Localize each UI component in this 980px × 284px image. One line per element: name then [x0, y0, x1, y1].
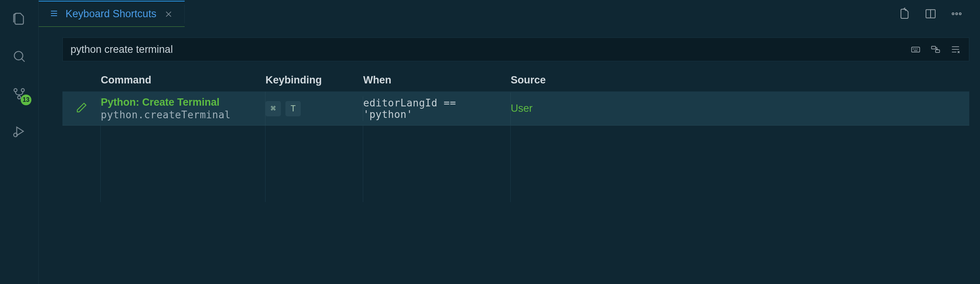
svg-marker-6	[17, 127, 23, 135]
search-icon[interactable]	[10, 47, 28, 65]
command-title: Python: Create Terminal	[101, 96, 231, 108]
svg-point-2	[14, 89, 17, 92]
search-input[interactable]	[70, 44, 902, 55]
sort-precedence-icon[interactable]	[930, 44, 941, 55]
list-icon	[49, 9, 59, 20]
keyboard-shortcuts-editor: Command Keybinding When Source Python: C…	[39, 27, 980, 284]
editor-main: Keyboard Shortcuts	[38, 0, 980, 284]
edit-cell	[62, 97, 101, 120]
when-cell: editorLangId == 'python'	[363, 93, 511, 125]
svg-point-19	[913, 49, 914, 49]
explorer-icon[interactable]	[10, 10, 28, 28]
empty-rows	[62, 126, 969, 202]
svg-point-15	[952, 13, 954, 15]
svg-point-21	[917, 49, 917, 49]
svg-rect-23	[932, 46, 936, 49]
open-file-icon[interactable]	[898, 7, 911, 20]
pencil-icon[interactable]	[76, 102, 87, 116]
when-expression: editorLangId == 'python'	[363, 97, 510, 120]
record-keys-icon[interactable]	[910, 44, 921, 55]
run-debug-icon[interactable]	[10, 122, 28, 140]
keybinding-cell: ⌘ T	[265, 96, 363, 121]
svg-point-16	[956, 13, 958, 15]
source-control-icon[interactable]: 13	[10, 85, 28, 103]
svg-rect-18	[912, 47, 920, 52]
editor-actions	[898, 7, 972, 20]
key-chip: T	[285, 101, 301, 116]
table-header: Command Keybinding When Source	[62, 69, 969, 92]
svg-point-0	[14, 51, 23, 60]
svg-point-3	[21, 89, 25, 92]
scm-badge: 13	[21, 95, 31, 105]
th-source[interactable]: Source	[511, 74, 969, 86]
search-row	[62, 38, 969, 61]
svg-point-20	[915, 49, 915, 49]
th-when[interactable]: When	[363, 74, 511, 86]
search-actions	[910, 44, 961, 55]
svg-point-4	[18, 96, 21, 99]
svg-rect-24	[936, 50, 940, 52]
source-cell: User	[511, 98, 969, 119]
tabs-bar: Keyboard Shortcuts	[39, 0, 980, 27]
activity-bar: 13	[0, 0, 38, 284]
more-actions-icon[interactable]	[950, 7, 963, 20]
th-keybinding[interactable]: Keybinding	[265, 74, 363, 86]
table-row[interactable]: Python: Create Terminal python.createTer…	[62, 92, 969, 126]
tab-close-button[interactable]	[163, 9, 174, 20]
tab-keyboard-shortcuts[interactable]: Keyboard Shortcuts	[39, 1, 185, 27]
command-id: python.createTerminal	[101, 109, 231, 121]
shortcuts-table: Command Keybinding When Source Python: C…	[62, 69, 969, 202]
command-cell: Python: Create Terminal python.createTer…	[101, 92, 265, 125]
source-value: User	[511, 103, 533, 114]
split-editor-icon[interactable]	[924, 7, 937, 20]
svg-point-17	[959, 13, 961, 15]
th-command[interactable]: Command	[101, 74, 265, 86]
tab-label: Keyboard Shortcuts	[66, 8, 156, 20]
svg-line-1	[21, 59, 25, 62]
clear-search-icon[interactable]	[950, 44, 961, 55]
key-chip: ⌘	[265, 101, 281, 116]
